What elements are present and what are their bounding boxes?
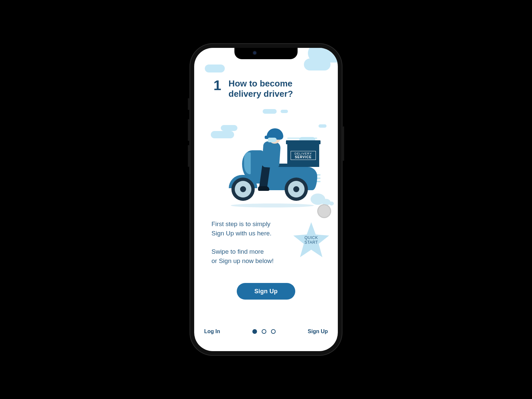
- body-line: First step is to simply: [211, 219, 298, 229]
- delivery-box-line: DELIVERY: [291, 152, 316, 155]
- body-line: or Sign up now below!: [211, 256, 298, 266]
- title-line: delivery driver?: [228, 89, 293, 99]
- page-indicator: [252, 329, 276, 334]
- delivery-box-line: SERVICE: [291, 155, 316, 159]
- cloud-icon: [281, 110, 288, 113]
- page-dot-1[interactable]: [252, 329, 257, 334]
- onboarding-content[interactable]: 1 How to become delivery driver?: [194, 48, 338, 351]
- footer-nav: Log In Sign Up: [194, 329, 338, 334]
- body-line: Swipe to find more: [211, 247, 298, 256]
- quick-start-label: QUICK START: [293, 221, 330, 259]
- cloud-icon: [205, 65, 225, 72]
- sign-up-button[interactable]: Sign Up: [237, 283, 295, 300]
- phone-frame: 1 How to become delivery driver?: [190, 43, 342, 356]
- page-title: How to become delivery driver?: [228, 78, 293, 99]
- body-line: Sign Up with us here.: [211, 229, 298, 238]
- delivery-box-label: DELIVERY SERVICE: [291, 151, 316, 160]
- quick-start-badge[interactable]: QUICK START: [293, 221, 330, 259]
- cloud-icon: [304, 59, 331, 70]
- screen: 1 How to become delivery driver?: [194, 48, 338, 351]
- mask-icon: [268, 138, 277, 142]
- power-button[interactable]: [343, 126, 344, 161]
- scooter-icon: DELIVERY SERVICE: [211, 124, 320, 201]
- volume-up-button[interactable]: [188, 119, 189, 141]
- body-copy: First step is to simply Sign Up with us …: [211, 219, 298, 265]
- page-dot-3[interactable]: [271, 329, 276, 334]
- front-camera-icon: [253, 51, 256, 55]
- log-in-button[interactable]: Log In: [204, 329, 220, 334]
- exhaust-icon: [329, 201, 334, 205]
- heading: 1 How to become delivery driver?: [213, 78, 325, 99]
- assistive-touch-button[interactable]: [317, 204, 331, 218]
- scooter-illustration: DELIVERY SERVICE: [194, 111, 338, 207]
- title-line: How to become: [228, 78, 293, 89]
- page-dot-2[interactable]: [262, 329, 266, 334]
- step-number: 1: [213, 78, 221, 92]
- volume-down-button[interactable]: [188, 145, 189, 167]
- notch: [234, 48, 298, 59]
- sign-up-link[interactable]: Sign Up: [308, 329, 328, 334]
- mute-switch[interactable]: [188, 98, 189, 110]
- cloud-icon: [263, 109, 277, 114]
